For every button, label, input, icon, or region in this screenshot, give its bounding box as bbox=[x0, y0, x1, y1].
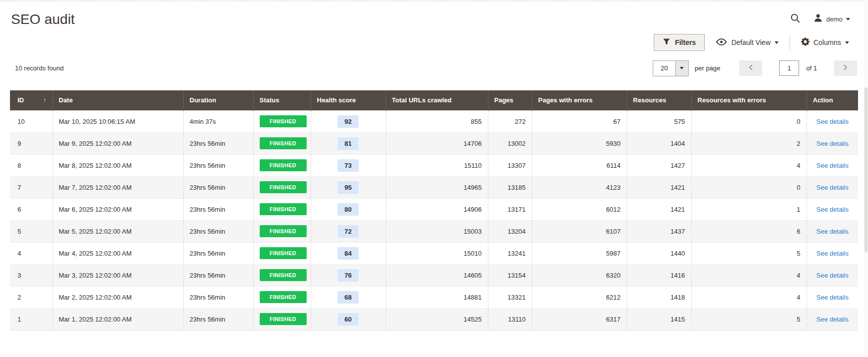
cell-health: 73 bbox=[311, 154, 386, 176]
cell-pages_errors: 6212 bbox=[532, 286, 627, 308]
filters-label: Filters bbox=[675, 38, 696, 46]
page-header: SEO audit demo bbox=[0, 2, 868, 28]
cell-action: See details bbox=[807, 286, 858, 308]
cell-duration: 23hrs 56min bbox=[183, 176, 253, 198]
table-row: 1Mar 1, 2025 12:02:00 AM23hrs 56minFINIS… bbox=[10, 308, 858, 330]
grid-body: 10Mar 10, 2025 10:06:15 AM4min 37sFINISH… bbox=[10, 110, 858, 330]
see-details-link[interactable]: See details bbox=[817, 228, 849, 235]
column-header-action[interactable]: Action bbox=[807, 90, 858, 110]
cell-status: FINISHED bbox=[253, 110, 311, 132]
column-header-resources[interactable]: Resources bbox=[627, 90, 691, 110]
see-details-link[interactable]: See details bbox=[817, 118, 849, 125]
cell-action: See details bbox=[807, 264, 858, 286]
column-header-health[interactable]: Health score bbox=[311, 90, 386, 110]
cell-resources: 1440 bbox=[627, 242, 691, 264]
cell-action: See details bbox=[807, 220, 858, 242]
cell-health: 60 bbox=[311, 308, 386, 330]
status-badge: FINISHED bbox=[260, 181, 307, 193]
cell-pages_errors: 6114 bbox=[532, 154, 627, 176]
cell-urls: 14965 bbox=[386, 176, 488, 198]
cell-pages: 272 bbox=[488, 110, 532, 132]
chevron-left-icon bbox=[748, 64, 753, 72]
health-score-badge: 80 bbox=[338, 203, 359, 216]
view-caret-icon bbox=[775, 41, 779, 44]
column-header-urls[interactable]: Total URLs crawled bbox=[386, 90, 488, 110]
cell-health: 68 bbox=[311, 286, 386, 308]
cell-health: 76 bbox=[311, 264, 386, 286]
cell-duration: 23hrs 56min bbox=[183, 264, 253, 286]
columns-control[interactable]: Columns bbox=[801, 37, 849, 47]
page-input[interactable] bbox=[779, 60, 799, 76]
filter-icon bbox=[663, 38, 670, 47]
see-details-link[interactable]: See details bbox=[817, 316, 849, 323]
per-page-value: 20 bbox=[653, 61, 675, 76]
health-score-badge: 68 bbox=[338, 291, 359, 304]
column-header-date[interactable]: Date bbox=[52, 90, 183, 110]
cell-id: 9 bbox=[10, 132, 52, 154]
column-label: Date bbox=[59, 96, 73, 104]
see-details-link[interactable]: See details bbox=[817, 162, 849, 169]
see-details-link[interactable]: See details bbox=[817, 250, 849, 257]
next-page-button[interactable] bbox=[834, 60, 857, 76]
cell-resources: 1437 bbox=[627, 220, 691, 242]
cell-duration: 23hrs 56min bbox=[183, 154, 253, 176]
cell-status: FINISHED bbox=[253, 242, 311, 264]
see-details-link[interactable]: See details bbox=[817, 206, 849, 213]
health-score-badge: 60 bbox=[338, 313, 359, 326]
cell-urls: 15110 bbox=[386, 154, 488, 176]
health-score-badge: 76 bbox=[338, 269, 359, 282]
view-label: Default View bbox=[731, 38, 770, 46]
status-badge: FINISHED bbox=[260, 291, 307, 303]
cell-resources_errors: 5 bbox=[691, 242, 807, 264]
cell-status: FINISHED bbox=[253, 308, 311, 330]
cell-action: See details bbox=[807, 132, 858, 154]
cell-date: Mar 5, 2025 12:02:00 AM bbox=[52, 220, 183, 242]
see-details-link[interactable]: See details bbox=[817, 140, 849, 147]
cell-urls: 855 bbox=[386, 110, 488, 132]
column-header-pages_errors[interactable]: Pages with errors bbox=[532, 90, 627, 110]
prev-page-button[interactable] bbox=[739, 60, 762, 76]
cell-duration: 23hrs 56min bbox=[183, 242, 253, 264]
see-details-link[interactable]: See details bbox=[817, 272, 849, 279]
column-header-resources_errors[interactable]: Resources with errors bbox=[691, 90, 807, 110]
columns-caret-icon bbox=[845, 41, 849, 44]
column-label: Resources bbox=[633, 96, 666, 104]
cell-resources_errors: 6 bbox=[691, 220, 807, 242]
scrollbar-thumb[interactable] bbox=[865, 87, 868, 252]
cell-status: FINISHED bbox=[253, 154, 311, 176]
column-header-duration[interactable]: Duration bbox=[183, 90, 253, 110]
cell-status: FINISHED bbox=[253, 220, 311, 242]
column-label: Resources with errors bbox=[698, 96, 766, 104]
column-header-status[interactable]: Status bbox=[253, 90, 311, 110]
cell-date: Mar 6, 2025 12:02:00 AM bbox=[52, 198, 183, 220]
column-label: Status bbox=[260, 96, 280, 104]
column-header-id[interactable]: ID↑ bbox=[10, 90, 52, 110]
cell-duration: 23hrs 56min bbox=[183, 198, 253, 220]
view-switcher[interactable]: Default View bbox=[716, 38, 778, 47]
status-badge: FINISHED bbox=[260, 137, 307, 149]
search-icon bbox=[790, 13, 801, 25]
cell-urls: 15003 bbox=[386, 220, 488, 242]
table-row: 4Mar 4, 2025 12:02:00 AM23hrs 56minFINIS… bbox=[10, 242, 858, 264]
cell-pages_errors: 5987 bbox=[532, 242, 627, 264]
table-row: 10Mar 10, 2025 10:06:15 AM4min 37sFINISH… bbox=[10, 110, 858, 132]
column-label: Total URLs crawled bbox=[392, 96, 452, 104]
search-button[interactable] bbox=[790, 13, 801, 25]
health-score-badge: 84 bbox=[338, 247, 359, 260]
column-header-pages[interactable]: Pages bbox=[488, 90, 532, 110]
health-score-badge: 92 bbox=[338, 115, 359, 128]
cell-date: Mar 10, 2025 10:06:15 AM bbox=[52, 110, 183, 132]
scrollbar-track[interactable] bbox=[864, 0, 868, 357]
cell-duration: 23hrs 56min bbox=[183, 220, 253, 242]
see-details-link[interactable]: See details bbox=[817, 294, 849, 301]
per-page-select[interactable]: 20 bbox=[653, 60, 689, 76]
column-label: Duration bbox=[190, 96, 216, 104]
filters-button[interactable]: Filters bbox=[654, 34, 705, 51]
user-menu[interactable]: demo bbox=[814, 13, 850, 24]
cell-pages: 13154 bbox=[488, 264, 532, 286]
cell-resources: 1427 bbox=[627, 154, 691, 176]
table-row: 5Mar 5, 2025 12:02:00 AM23hrs 56minFINIS… bbox=[10, 220, 858, 242]
see-details-link[interactable]: See details bbox=[817, 184, 849, 191]
gear-icon bbox=[801, 37, 810, 47]
status-badge: FINISHED bbox=[260, 159, 307, 171]
